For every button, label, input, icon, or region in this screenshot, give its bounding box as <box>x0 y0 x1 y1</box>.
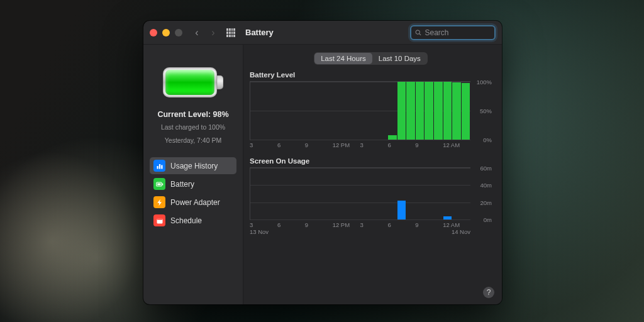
ytick-label: 100% <box>477 79 492 86</box>
xtick-label: 9 <box>305 142 333 148</box>
battery-level-title: Battery Level <box>250 71 492 79</box>
calendar-icon <box>153 214 165 226</box>
content-pane: Last 24 HoursLast 10 Days Battery Level … <box>243 45 502 304</box>
chart-bar <box>434 82 443 140</box>
sidebar-item-power-adapter[interactable]: Power Adapter <box>150 194 236 211</box>
svg-rect-1 <box>158 164 160 169</box>
close-icon[interactable] <box>150 29 157 36</box>
ytick-label: 20m <box>480 199 492 206</box>
chart-bar <box>406 82 415 140</box>
xtick-label: 3 <box>360 142 388 148</box>
time-range-segmented: Last 24 HoursLast 10 Days <box>250 52 492 65</box>
xtick-label: 3 <box>250 221 277 228</box>
chart-bar <box>397 82 406 140</box>
search-field[interactable] <box>410 25 496 40</box>
svg-rect-0 <box>157 166 158 169</box>
date-label-left: 13 Nov <box>250 228 452 235</box>
chart-bar <box>443 216 452 219</box>
svg-rect-2 <box>161 165 162 169</box>
bolt-icon <box>153 196 165 208</box>
ytick-label: 0% <box>483 136 492 143</box>
ytick-label: 50% <box>480 108 492 114</box>
xtick-label: 6 <box>277 221 305 228</box>
titlebar: ‹ › Battery <box>143 21 502 45</box>
chart-bar <box>397 201 406 219</box>
search-input[interactable] <box>425 28 491 37</box>
xtick-label: 6 <box>387 142 415 148</box>
back-button[interactable]: ‹ <box>191 27 203 38</box>
sidebar: Current Level: 98% Last charged to 100% … <box>143 45 243 304</box>
chart-bar <box>462 83 470 140</box>
ytick-label: 40m <box>480 182 492 189</box>
minimize-icon[interactable] <box>162 29 170 36</box>
segmented-control[interactable]: Last 24 HoursLast 10 Days <box>314 52 428 65</box>
screen-on-chart: 0m20m40m60m <box>250 167 492 220</box>
xtick-label: 12 AM <box>443 142 470 148</box>
battery-icon <box>153 178 165 190</box>
xtick-label: 9 <box>415 142 443 148</box>
xtick-label: 12 PM <box>333 142 360 148</box>
xtick-label: 3 <box>360 221 388 228</box>
sidebar-menu: Usage HistoryBatteryPower AdapterSchedul… <box>150 157 236 229</box>
xtick-label: 9 <box>305 221 333 228</box>
current-level-label: Current Level: 98% <box>157 110 228 119</box>
sidebar-item-label: Schedule <box>170 216 202 225</box>
window-controls <box>150 29 182 36</box>
xtick-label: 6 <box>277 142 305 148</box>
preferences-window: ‹ › Battery Current Level: 98% Last char… <box>143 21 502 304</box>
search-icon <box>415 29 421 36</box>
chart-bar <box>388 135 397 140</box>
xtick-label: 9 <box>415 221 443 228</box>
battery-large-icon <box>163 67 223 97</box>
segment-last-10-days[interactable]: Last 10 Days <box>372 53 427 64</box>
sidebar-item-battery[interactable]: Battery <box>150 175 236 192</box>
show-all-icon[interactable] <box>226 28 235 37</box>
window-body: Current Level: 98% Last charged to 100% … <box>143 45 502 304</box>
forward-button: › <box>208 27 219 38</box>
sidebar-item-label: Power Adapter <box>170 198 220 207</box>
chart-bar <box>452 82 461 140</box>
svg-rect-5 <box>162 183 163 185</box>
window-title: Battery <box>245 28 274 37</box>
date-label-right: 14 Nov <box>452 228 470 235</box>
screen-on-title: Screen On Usage <box>250 157 492 165</box>
screen-on-xaxis: 36912 PM36912 AM <box>250 221 492 228</box>
sidebar-item-label: Battery <box>170 180 194 189</box>
screen-on-date-labels: 13 Nov14 Nov <box>250 228 492 235</box>
help-button[interactable]: ? <box>483 287 494 298</box>
sidebar-item-usage-history[interactable]: Usage History <box>150 157 236 174</box>
last-charged-time-label: Yesterday, 7:40 PM <box>165 136 221 145</box>
chart-bar-icon <box>153 160 165 172</box>
ytick-label: 0m <box>484 216 492 223</box>
battery-level-chart: 0%50%100% <box>250 81 492 140</box>
sidebar-item-label: Usage History <box>170 162 218 170</box>
xtick-label: 3 <box>250 142 277 148</box>
chart-bar <box>416 82 425 140</box>
ytick-label: 60m <box>480 165 492 172</box>
svg-rect-7 <box>157 218 162 219</box>
last-charged-label: Last charged to 100% <box>161 123 225 132</box>
chart-bar <box>443 82 452 140</box>
battery-level-xaxis: 36912 PM36912 AM <box>250 142 492 148</box>
sidebar-item-schedule[interactable]: Schedule <box>150 212 236 229</box>
zoom-icon <box>175 29 182 36</box>
chart-bar <box>425 82 433 140</box>
segment-last-24-hours[interactable]: Last 24 Hours <box>314 53 372 64</box>
xtick-label: 6 <box>387 221 415 228</box>
xtick-label: 12 AM <box>443 221 470 228</box>
svg-rect-4 <box>157 183 160 185</box>
xtick-label: 12 PM <box>333 221 360 228</box>
